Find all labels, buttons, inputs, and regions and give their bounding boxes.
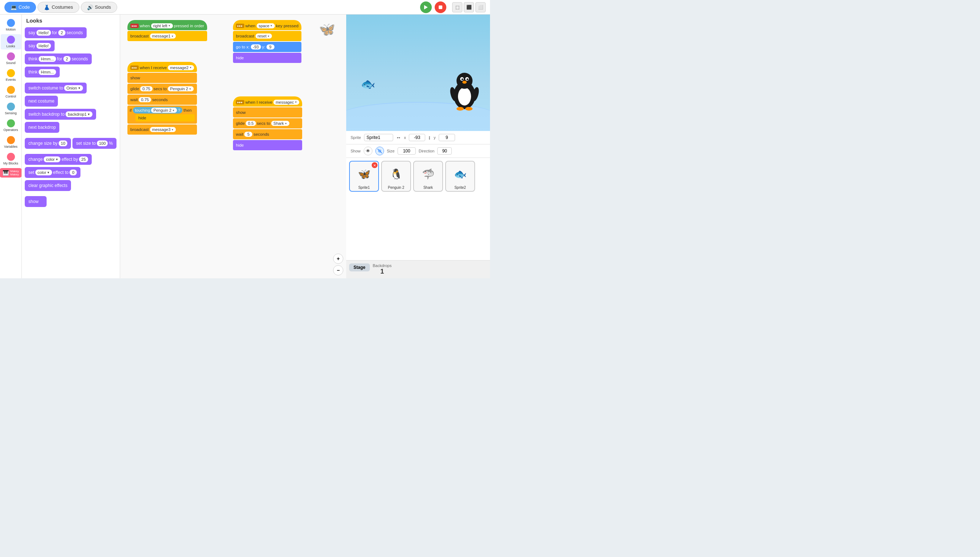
- delete-sprite1-icon[interactable]: ✕: [372, 162, 378, 168]
- say-text-input[interactable]: Hello!: [36, 30, 51, 36]
- costume-dropdown[interactable]: Onion: [64, 85, 83, 91]
- touching-condition[interactable]: touching Penguin 2 ?: [133, 107, 183, 114]
- effect2-amount-input[interactable]: 0: [70, 169, 77, 175]
- effect2-type-dropdown[interactable]: color: [35, 169, 52, 175]
- sidebar-item-myblocks[interactable]: My Blocks: [1, 151, 21, 167]
- hat-block-receive-c[interactable]: ▸▸▸ when I receive messagec: [233, 96, 302, 107]
- y-value-input[interactable]: [439, 134, 455, 141]
- think-text-input[interactable]: Hmm...: [39, 56, 56, 62]
- sprite-card-sprite2[interactable]: 🐟 Sprite2: [445, 161, 475, 192]
- block-switch-backdrop[interactable]: switch backdrop to backdrop1: [25, 109, 96, 120]
- hat-block-space[interactable]: ▸▸▸ when space key pressed: [233, 20, 302, 30]
- block-clear-effects[interactable]: clear graphic effects: [25, 180, 71, 191]
- goto-block[interactable]: go to x: -93 y: 9: [233, 42, 302, 52]
- backdrop-dropdown[interactable]: backdrop1: [65, 111, 92, 117]
- hide-block-4[interactable]: hide: [233, 140, 302, 150]
- block-set-size[interactable]: set size to 100 %: [72, 138, 116, 149]
- glide2-target[interactable]: Penguin 2: [168, 86, 193, 91]
- wait-block-4[interactable]: wait 5 seconds: [233, 129, 302, 139]
- glide-block-2[interactable]: glide 0.75 secs to Penguin 2: [127, 84, 197, 94]
- hide-block-inner[interactable]: hide: [135, 114, 195, 122]
- hat-block-receive-2[interactable]: ▸▸▸ when I receive message2: [127, 62, 197, 72]
- zoom-out-button[interactable]: −: [333, 265, 343, 275]
- sidebar-item-sensing[interactable]: Sensing: [1, 101, 21, 116]
- block-next-costume[interactable]: next costume: [25, 96, 58, 107]
- hide-block-3[interactable]: hide: [233, 53, 302, 63]
- show-block-4[interactable]: show: [233, 107, 302, 117]
- receive-c-dropdown[interactable]: messagec: [273, 100, 299, 105]
- glide2-secs[interactable]: 0.75: [140, 86, 152, 91]
- think2-input[interactable]: Hmm...: [39, 69, 56, 75]
- sprite-card-penguin2[interactable]: 🐧 Penguin 2: [381, 161, 411, 192]
- wait-block-2[interactable]: wait 0.75 seconds: [127, 94, 197, 105]
- svg-point-10: [457, 107, 464, 111]
- sidebar-item-motion[interactable]: Motion: [1, 18, 21, 33]
- effect-amount-input[interactable]: 25: [79, 156, 88, 162]
- layout-btn-3[interactable]: ⬜: [475, 2, 486, 12]
- stop-button[interactable]: [435, 2, 446, 13]
- broadcast-block-1[interactable]: broadcast message1: [127, 31, 207, 41]
- glide4-target[interactable]: Shark: [271, 121, 289, 126]
- svg-point-9: [462, 81, 467, 84]
- effect-type-dropdown[interactable]: color: [44, 156, 60, 162]
- show-hidden-icon[interactable]: [375, 147, 384, 155]
- sprite-card-shark[interactable]: 🦈 Shark: [413, 161, 443, 192]
- say-duration-input[interactable]: 2: [58, 30, 65, 36]
- sidebar-item-looks[interactable]: Looks: [1, 34, 21, 49]
- keys-dropdown[interactable]: right left: [151, 23, 173, 28]
- stage-tab-btn[interactable]: Stage: [349, 264, 370, 271]
- direction-value-input[interactable]: [437, 147, 452, 155]
- sprite-name-input[interactable]: [364, 134, 393, 141]
- show-block-2[interactable]: show: [127, 73, 197, 83]
- sprites-grid: ✕ 🦋 Sprite1 🐧 Penguin 2 🦈 Shark 🐟 Sprite…: [346, 158, 490, 260]
- sprite-card-sprite1[interactable]: ✕ 🦋 Sprite1: [349, 161, 379, 192]
- sidebar-item-makey[interactable]: 🎹 Makey Makey: [0, 168, 22, 178]
- goto-x[interactable]: -93: [251, 44, 261, 49]
- wait2-duration[interactable]: 0.75: [139, 97, 151, 102]
- say2-input[interactable]: Hello!: [36, 43, 51, 49]
- block-change-size[interactable]: change size by 10: [25, 138, 71, 149]
- show-visible-icon[interactable]: 👁: [364, 147, 372, 155]
- block-think-for[interactable]: think Hmm... for 2 seconds: [25, 54, 92, 64]
- broadcast1-dropdown[interactable]: message1: [150, 33, 176, 39]
- block-next-backdrop[interactable]: next backdrop: [25, 122, 59, 133]
- hat-block-when-keys[interactable]: ▸▸▸ when right left pressed in order: [127, 20, 207, 30]
- sidebar-item-events[interactable]: Events: [1, 68, 21, 83]
- size-value-input[interactable]: [398, 147, 416, 155]
- broadcast-reset-dropdown[interactable]: reset: [256, 33, 272, 39]
- script-area[interactable]: ▸▸▸ when right left pressed in order bro…: [120, 15, 346, 278]
- receive2-dropdown[interactable]: message2: [168, 65, 194, 70]
- tab-code[interactable]: 💻 Code: [4, 2, 36, 13]
- zoom-in-button[interactable]: +: [333, 254, 343, 264]
- broadcast-reset-block[interactable]: broadcast reset: [233, 31, 302, 41]
- block-say-for[interactable]: say Hello! for 2 seconds: [25, 27, 86, 38]
- sidebar-item-sound[interactable]: Sound: [1, 51, 21, 66]
- block-change-effect[interactable]: change color effect by 25: [25, 154, 92, 165]
- layout-btn-2[interactable]: ⬛: [464, 2, 474, 12]
- goto-y[interactable]: 9: [266, 44, 274, 49]
- glide-block-4[interactable]: glide 0.5 secs to Shark: [233, 118, 302, 129]
- green-flag-button[interactable]: [420, 2, 432, 13]
- glide4-secs[interactable]: 0.5: [246, 121, 256, 126]
- tab-costumes[interactable]: 👗 Costumes: [38, 2, 79, 13]
- space-key-dropdown[interactable]: space: [257, 23, 275, 28]
- block-show[interactable]: show: [25, 196, 47, 207]
- size-set-input[interactable]: 100: [97, 140, 108, 146]
- sidebar-item-control[interactable]: Control: [1, 85, 21, 100]
- block-say[interactable]: say Hello!: [25, 41, 55, 51]
- sidebar-item-operators[interactable]: Operators: [1, 118, 21, 133]
- broadcast2-dropdown[interactable]: message3: [150, 127, 176, 132]
- size-change-input[interactable]: 10: [59, 140, 67, 146]
- think-duration-input[interactable]: 2: [64, 56, 71, 62]
- x-value-input[interactable]: [409, 134, 425, 141]
- tab-sounds[interactable]: 🔊 Sounds: [81, 2, 117, 13]
- block-think[interactable]: think Hmm...: [25, 67, 60, 78]
- touching-dropdown[interactable]: Penguin 2: [151, 107, 176, 113]
- if-block-2[interactable]: if touching Penguin 2 ? then hide: [127, 106, 197, 124]
- sidebar-item-variables[interactable]: Variables: [1, 135, 21, 150]
- block-switch-costume[interactable]: switch costume to Onion: [25, 83, 86, 93]
- layout-btn-1[interactable]: ⬚: [452, 2, 462, 12]
- wait4-duration[interactable]: 5: [244, 132, 252, 137]
- broadcast-block-2[interactable]: broadcast message3: [127, 124, 197, 135]
- block-set-effect[interactable]: set color effect to 0: [25, 167, 80, 178]
